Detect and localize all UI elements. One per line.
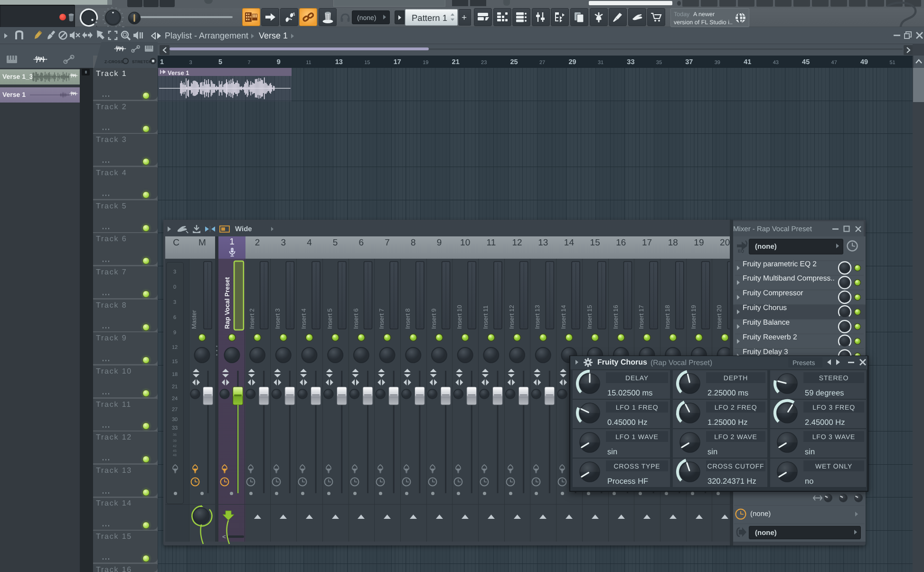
svg-text:EQ: EQ [738, 249, 744, 253]
